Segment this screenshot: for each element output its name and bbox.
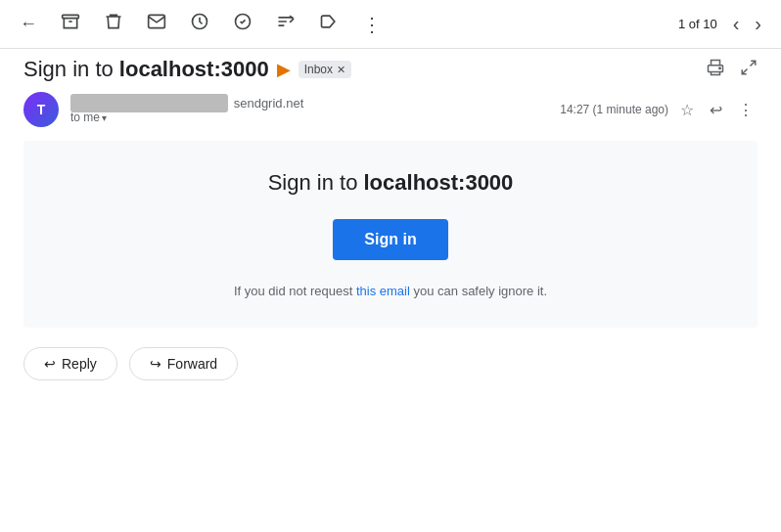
more-button[interactable]: ⋮ xyxy=(358,9,387,40)
sender-actions: 14:27 (1 minute ago) ☆ ↩ ⋮ xyxy=(560,97,758,123)
next-email-button[interactable]: › xyxy=(751,9,765,39)
action-row: ↩ Reply ↪ Forward xyxy=(0,335,781,392)
email-footer-text: If you did not request this email you ca… xyxy=(234,284,547,298)
delete-icon xyxy=(104,12,123,36)
forward-action-icon: ↪ xyxy=(150,356,161,372)
move-icon xyxy=(276,12,296,36)
nav-count: 1 of 10 xyxy=(678,17,717,31)
back-button[interactable]: ← xyxy=(16,10,41,38)
svg-point-5 xyxy=(719,67,721,69)
main-toolbar: ← xyxy=(0,0,781,49)
more-email-button[interactable]: ⋮ xyxy=(734,97,758,123)
delete-button[interactable] xyxy=(100,8,127,40)
reply-action-icon: ↩ xyxy=(44,356,56,372)
star-icon: ☆ xyxy=(680,101,694,119)
inbox-badge: Inbox ✕ xyxy=(299,61,351,78)
email-footer-link[interactable]: this email xyxy=(356,284,410,298)
signin-button[interactable]: Sign in xyxy=(333,219,447,260)
prev-icon: ‹ xyxy=(733,13,740,35)
reply-icon: ↩ xyxy=(710,101,722,119)
email-timestamp: 14:27 (1 minute ago) xyxy=(560,103,668,116)
print-icon[interactable] xyxy=(707,59,724,80)
prev-email-button[interactable]: ‹ xyxy=(729,9,744,39)
done-icon xyxy=(233,12,253,36)
expand-icon[interactable] xyxy=(740,59,758,80)
email-body: Sign in to localhost:3000 Sign in If you… xyxy=(23,141,758,328)
archive-icon xyxy=(61,12,80,36)
sender-info: theguywales@gmail.com sendgrid.net to me… xyxy=(70,95,548,124)
move-button[interactable] xyxy=(272,8,299,40)
reply-button-header[interactable]: ↩ xyxy=(706,97,726,123)
back-icon: ← xyxy=(20,14,37,34)
snooze-button[interactable] xyxy=(186,8,213,40)
done-button[interactable] xyxy=(229,8,256,40)
avatar: T xyxy=(23,92,59,127)
next-icon: › xyxy=(755,13,761,35)
sender-via: sendgrid.net xyxy=(234,96,304,111)
more-icon: ⋮ xyxy=(362,13,383,36)
forward-icon-small: ▶ xyxy=(277,59,291,80)
toolbar-left: ← xyxy=(16,8,663,40)
forward-action-label: Forward xyxy=(167,356,217,372)
star-button[interactable]: ☆ xyxy=(676,97,698,123)
archive-button[interactable] xyxy=(57,8,84,40)
toolbar-right: 1 of 10 ‹ › xyxy=(678,9,765,39)
mark-unread-button[interactable] xyxy=(143,8,170,40)
mark-unread-icon xyxy=(147,12,166,36)
sender-email: theguywales@gmail.com xyxy=(70,95,228,111)
label-button[interactable] xyxy=(315,8,343,40)
email-subject: Sign in to localhost:3000 xyxy=(23,57,269,82)
svg-rect-0 xyxy=(63,15,79,18)
sender-to: to me ▾ xyxy=(70,111,548,124)
more-email-icon: ⋮ xyxy=(738,101,754,119)
email-body-title: Sign in to localhost:3000 xyxy=(268,170,514,196)
reply-action-label: Reply xyxy=(62,356,97,372)
forward-action-button[interactable]: ↪ Forward xyxy=(129,347,238,380)
sender-row: T theguywales@gmail.com sendgrid.net to … xyxy=(0,86,781,133)
email-title-row: Sign in to localhost:3000 ▶ Inbox ✕ xyxy=(0,49,781,86)
reply-action-button[interactable]: ↩ Reply xyxy=(23,347,117,380)
snooze-icon xyxy=(190,12,209,36)
label-icon xyxy=(319,12,339,36)
chevron-down-icon[interactable]: ▾ xyxy=(102,112,107,123)
inbox-badge-close[interactable]: ✕ xyxy=(337,64,345,76)
